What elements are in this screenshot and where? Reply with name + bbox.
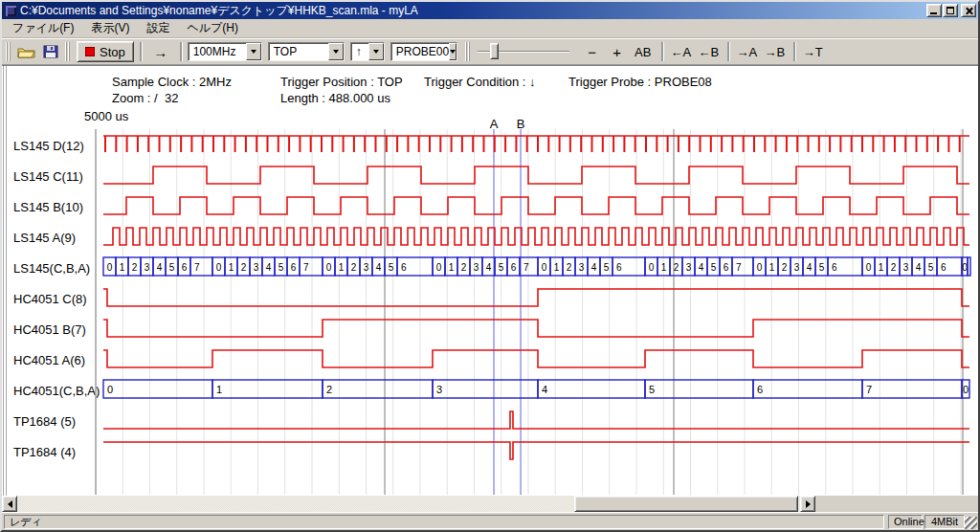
bus-value: 3 [579,262,585,273]
close-button[interactable] [961,4,976,17]
waveform-trace [103,228,969,245]
bus-value: 2 [326,384,332,395]
bus-value: 2 [567,262,572,273]
cursor-a-label[interactable]: A [488,117,500,131]
menu-file[interactable]: ファイル(F) [4,18,82,38]
bus-value: 5 [819,262,825,273]
bus-value: 0 [436,262,442,273]
minimize-button[interactable] [926,4,942,17]
bus-value: 5 [928,262,934,273]
resize-grip-icon[interactable] [965,517,977,529]
bus-value: 4 [591,262,597,273]
scrollbar-track[interactable] [17,496,800,512]
trigger-position-combo[interactable]: TOP [268,42,345,61]
goto-a-right-button[interactable]: →A [734,41,760,62]
chevron-down-icon[interactable] [328,43,344,60]
toolbar-separator [727,42,729,61]
bus-value: 2 [132,262,138,273]
bus-value: 2 [782,262,788,273]
bus-value: 2 [241,262,247,273]
toolbar-separator [140,42,142,61]
toolbar-grip[interactable] [6,42,11,61]
bus-value: 1 [879,262,884,273]
bus-value: 0 [542,262,547,273]
zoom-in-button[interactable]: + [608,41,627,62]
waveform-trace [103,350,969,367]
menu-help[interactable]: ヘルプ(H) [178,18,247,38]
bus-value: 0 [757,262,763,273]
bus-value: 4 [807,262,813,273]
bus-value: 0 [216,262,222,273]
scrollbar-thumb[interactable] [574,496,798,512]
goto-a-left-button[interactable]: ←A [668,41,694,62]
bus-value: 4 [157,262,163,273]
run-button[interactable]: → [147,41,174,62]
waveform-trace [103,166,969,184]
status-online-badge: Online [888,515,923,529]
bus-value: 6 [757,384,763,395]
toolbar: Stop → 100MHz TOP ↑ PROBE00 − + AB ←A [2,38,978,65]
bus-value: 0 [326,262,332,273]
bus-value: 5 [389,262,394,273]
bus-value: 5 [278,262,284,273]
zoom-slider[interactable] [476,42,571,61]
zoom-out-button[interactable]: − [583,41,602,62]
goto-b-left-button[interactable]: ←B [696,41,722,62]
waveform-panel: Sample Clock : 2MHz Trigger Position : T… [2,65,978,496]
bus-value-box [753,380,862,398]
open-button[interactable] [14,41,38,62]
toolbar-grip[interactable] [465,42,470,61]
bus-value: 1 [449,262,455,273]
stop-icon [85,47,95,56]
scroll-right-button[interactable] [800,496,815,512]
bus-value: 3 [903,262,909,273]
goto-b-right-button[interactable]: →B [762,41,788,62]
window-title: C:¥Documents and Settings¥noname¥デスクトップ¥… [20,3,925,19]
zoom-ab-button[interactable]: AB [631,41,656,62]
stop-button[interactable]: Stop [77,41,134,62]
app-icon [5,5,17,17]
trigger-position-readout: Trigger Position : TOP [280,75,403,89]
status-ready: レディ [4,515,884,529]
waveform-trace [103,320,969,337]
zoom-slider-thumb[interactable] [490,43,499,59]
timing-diagram: 0123456701234567012345601234567012345601… [2,125,974,497]
maximize-button[interactable] [943,4,958,17]
bus-value-box [103,380,212,398]
waveform-trace [103,411,969,429]
open-folder-icon [17,45,35,58]
bus-value: 1 [661,262,667,273]
floppy-disk-icon [43,45,58,58]
trigger-condition-readout: Trigger Condition : ↓ [424,75,536,89]
menu-view[interactable]: 表示(V) [82,18,138,38]
toolbar-separator [180,42,182,61]
title-bar[interactable]: C:¥Documents and Settings¥noname¥デスクトップ¥… [2,2,978,19]
bus-value: 3 [364,262,369,273]
scroll-left-button[interactable] [2,496,17,512]
save-button[interactable] [40,41,61,62]
bus-value-box [212,380,323,398]
chevron-down-icon[interactable] [449,43,457,60]
sample-clock-readout: Sample Clock : 2MHz [112,75,232,89]
bus-value: 6 [401,262,407,273]
bus-value: 6 [724,262,729,273]
trigger-probe-combo[interactable]: PROBE00 [390,42,457,61]
bus-value: 2 [351,262,357,273]
toolbar-separator [661,42,663,61]
chevron-down-icon[interactable] [368,43,384,60]
menu-settings[interactable]: 設定 [138,18,178,38]
bus-value: 7 [194,262,200,273]
trigger-edge-combo[interactable]: ↑ [350,42,385,61]
length-readout: Length : 488.000 us [280,91,390,105]
goto-trigger-button[interactable]: →T [800,41,826,62]
chevron-down-icon[interactable] [246,43,261,60]
toolbar-grip[interactable] [65,42,70,61]
waveform-trace [103,289,969,306]
bus-value: 7 [303,262,309,273]
bus-value: 1 [120,262,125,273]
bus-value: 1 [554,262,560,273]
sample-clock-combo[interactable]: 100MHz [188,42,262,61]
cursor-b-label[interactable]: B [515,117,526,131]
bus-value: 4 [916,262,922,273]
bus-value: 2 [461,262,467,273]
